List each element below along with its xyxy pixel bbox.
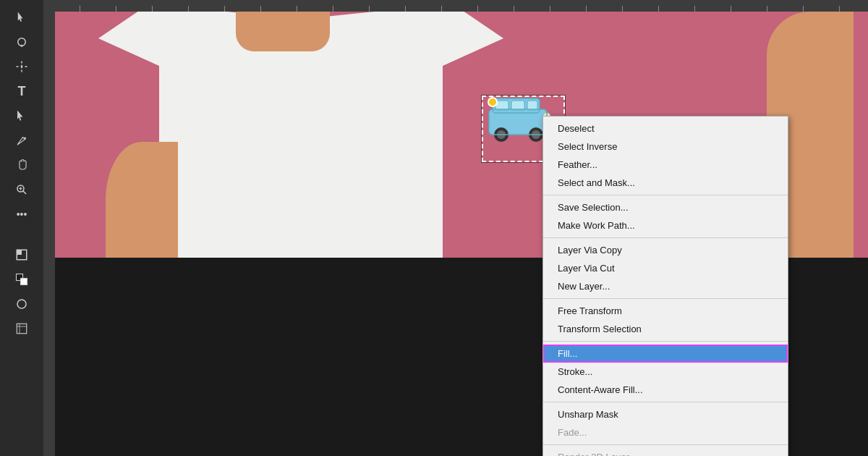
menu-item-fill[interactable]: Fill...: [543, 345, 788, 363]
artboard-tool[interactable]: [10, 317, 33, 340]
hand-tool[interactable]: [10, 153, 33, 177]
zoom-tool[interactable]: [10, 178, 33, 201]
svg-rect-15: [17, 250, 22, 255]
menu-separator-1: [543, 195, 788, 195]
svg-marker-0: [18, 12, 23, 22]
svg-marker-8: [17, 111, 23, 121]
menu-item-feather[interactable]: Feather...: [543, 156, 788, 174]
menu-item-deselect[interactable]: Deselect: [543, 119, 788, 138]
menu-item-select-inverse[interactable]: Select Inverse: [543, 138, 788, 156]
svg-rect-17: [21, 279, 27, 285]
menu-item-layer-via-cut[interactable]: Layer Via Cut: [543, 259, 788, 277]
menu-item-unsharp-mask[interactable]: Unsharp Mask: [543, 405, 788, 423]
lasso-tool[interactable]: [10, 30, 33, 54]
menu-separator-2: [543, 237, 788, 238]
menu-separator-5: [543, 402, 788, 402]
magic-wand-tool[interactable]: [10, 55, 33, 78]
person-neck: [236, 12, 330, 51]
menu-item-stroke[interactable]: Stroke...: [543, 363, 788, 381]
canvas-area: Deselect Select Inverse Feather... Selec…: [43, 0, 868, 456]
menu-item-save-selection[interactable]: Save Selection...: [543, 198, 788, 216]
menu-item-transform-selection[interactable]: Transform Selection: [543, 320, 788, 338]
quick-mask-tool[interactable]: [10, 243, 33, 266]
svg-point-2: [21, 45, 23, 47]
menu-separator-3: [543, 298, 788, 299]
menu-item-select-and-mask[interactable]: Select and Mask...: [543, 174, 788, 192]
pen-tool[interactable]: [10, 129, 33, 152]
ruler-left: [43, 12, 55, 456]
svg-point-1: [18, 38, 26, 46]
left-toolbar: T •••: [0, 0, 43, 456]
menu-item-fade: Fade...: [543, 423, 788, 442]
move-tool[interactable]: [10, 6, 33, 29]
menu-item-make-work-path[interactable]: Make Work Path...: [543, 216, 788, 235]
menu-item-render-3d-layer: Render 3D Layer: [543, 448, 788, 456]
screen-mode[interactable]: [10, 292, 33, 316]
context-menu: Deselect Select Inverse Feather... Selec…: [542, 116, 788, 456]
svg-point-9: [24, 138, 26, 140]
svg-marker-7: [21, 64, 23, 69]
selection-arrow-tool[interactable]: [10, 104, 33, 127]
menu-item-content-aware-fill[interactable]: Content-Aware Fill...: [543, 381, 788, 399]
menu-item-free-transform[interactable]: Free Transform: [543, 302, 788, 320]
shoulder-left: [106, 142, 178, 258]
type-tool[interactable]: T: [10, 80, 33, 103]
foreground-background[interactable]: [10, 268, 33, 291]
menu-item-new-layer[interactable]: New Layer...: [543, 277, 788, 295]
menu-separator-4: [543, 341, 788, 342]
transform-handle: [488, 97, 498, 107]
svg-line-11: [23, 191, 27, 195]
ruler-top: [43, 0, 868, 12]
menu-separator-6: [543, 444, 788, 445]
svg-point-18: [17, 300, 26, 308]
more-tools[interactable]: •••: [10, 203, 33, 226]
svg-rect-19: [17, 324, 27, 334]
menu-item-layer-via-copy[interactable]: Layer Via Copy: [543, 241, 788, 259]
